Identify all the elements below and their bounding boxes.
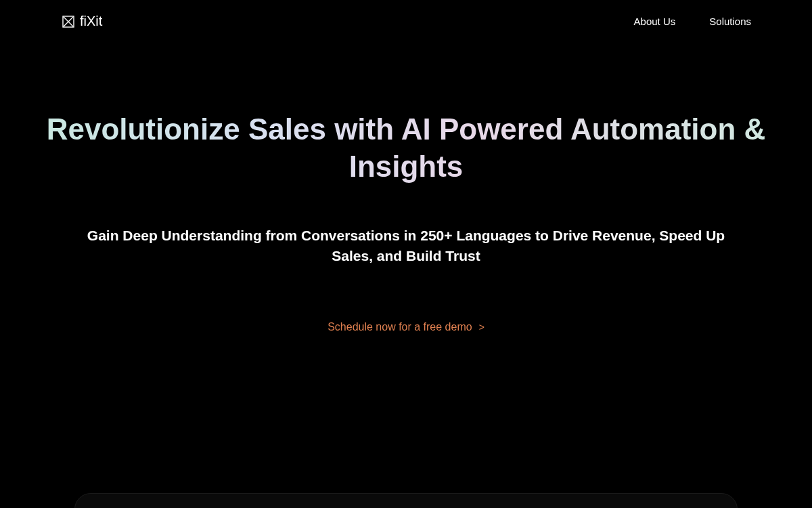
logo-icon (61, 14, 76, 29)
hero-subtitle: Gain Deep Understanding from Conversatio… (85, 226, 727, 267)
nav-solutions[interactable]: Solutions (709, 16, 751, 27)
cta-label: Schedule now for a free demo (328, 321, 472, 333)
chevron-right-icon: > (479, 322, 484, 333)
hero-section: Revolutionize Sales with AI Powered Auto… (0, 43, 812, 333)
brand-name: fiXit (80, 14, 102, 29)
primary-nav: About Us Solutions (634, 16, 751, 27)
site-header: fiXit About Us Solutions (0, 0, 812, 43)
brand-logo[interactable]: fiXit (61, 14, 102, 29)
schedule-demo-link[interactable]: Schedule now for a free demo > (328, 321, 484, 333)
nav-about[interactable]: About Us (634, 16, 676, 27)
dashboard-preview: Welcome back! Miscellaneous Excellent KP… (74, 493, 738, 508)
hero-title: Revolutionize Sales with AI Powered Auto… (34, 110, 778, 185)
